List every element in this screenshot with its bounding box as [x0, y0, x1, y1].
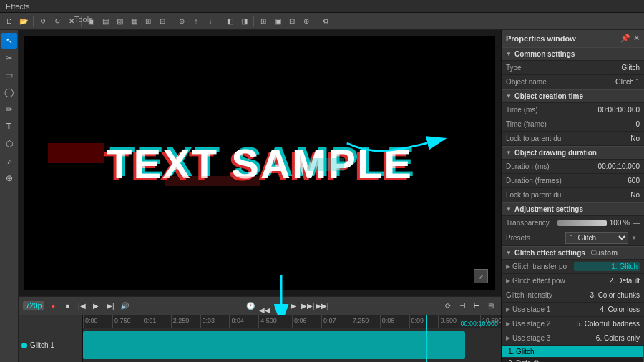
align-right-btn[interactable]: ⊢	[471, 300, 482, 312]
play-btn-2[interactable]: ▶	[288, 300, 299, 312]
prop-duration-ms-row: Duration (ms) 00:00:10.000	[502, 160, 644, 174]
tools-label: Tools	[74, 15, 93, 24]
prop-duration-ms-value: 00:00:10.000	[573, 162, 640, 170]
toolbar-undo[interactable]: ↺	[36, 15, 49, 28]
align-left-btn[interactable]: ⊣	[457, 300, 468, 312]
toolbar-move[interactable]: ⊕	[175, 15, 188, 28]
toolbar-sep-1	[33, 16, 34, 27]
ruler-playhead	[426, 315, 427, 328]
transfer-pos-arrow[interactable]: ▶	[506, 263, 510, 270]
prop-effect-pow-value: 2. Default	[576, 277, 640, 285]
toolbar-sep-6	[316, 16, 316, 27]
fullscreen-btn[interactable]: ⤢	[474, 269, 488, 283]
resolution-badge[interactable]: 720p	[23, 301, 44, 310]
prop-presets-select[interactable]: 1. Glitch	[565, 232, 629, 244]
toolbar-sep-3	[172, 16, 172, 27]
properties-body: ▼ Common settings Type Glitch Object nam…	[502, 47, 644, 362]
prop-transparency-value: 100 %	[610, 219, 630, 227]
toolbar-misc1[interactable]: ⊞	[257, 15, 270, 28]
add-tool[interactable]: ⊕	[1, 170, 17, 186]
section-drawing-duration[interactable]: ▼ Object drawing duration	[502, 146, 644, 160]
prop-duration-frames-row: Duration (frames) 600	[502, 174, 644, 188]
preset-item-1[interactable]: 1. Glitch	[502, 346, 643, 358]
next-btn[interactable]: ▶▶|	[302, 300, 313, 312]
prop-object-name-label: Object name	[506, 78, 573, 86]
pencil-tool[interactable]: ✏	[1, 102, 17, 117]
prop-lock-parent-creation-row: Lock to parent du No	[502, 132, 644, 146]
toolbar-open[interactable]: 📂	[17, 15, 30, 28]
prop-presets-label: Presets	[506, 234, 565, 242]
prev-frame-btn[interactable]: |◀	[76, 300, 87, 312]
section-glitch-effect[interactable]: ▼ Glitch effect settings Custom	[502, 246, 644, 260]
audio-btn[interactable]: 🔊	[119, 300, 130, 312]
timeline-ruler: 0:00 0.750 0:01 2.250 0:03 0:04 4.500 0:…	[19, 315, 501, 328]
menu-effects[interactable]: Effects	[3, 2, 32, 11]
audio-tool[interactable]: ♪	[1, 153, 17, 169]
prop-close-icon[interactable]: ✕	[633, 34, 640, 43]
prop-transfer-pos-label: Glitch transfer po	[512, 263, 574, 270]
shape-tool[interactable]: ⬡	[1, 136, 17, 152]
section-creation-time[interactable]: ▼ Object creation time	[502, 89, 644, 103]
toolbar-export1[interactable]: ◧	[223, 15, 236, 28]
toolbar-grid6[interactable]: ⊟	[156, 15, 169, 28]
record-btn[interactable]: ●	[47, 300, 59, 312]
left-toolbar: ↖ ✂ ▭ ◯ ✏ T ⬡ ♪ ⊕	[0, 30, 19, 362]
toolbar-up[interactable]: ↑	[190, 15, 203, 28]
stage1-arrow[interactable]: ▶	[506, 306, 510, 313]
ruler-mark-6: 4.500	[258, 315, 277, 328]
toolbar-misc3[interactable]: ⊟	[286, 15, 298, 28]
toolbar-grid3[interactable]: ▧	[113, 15, 126, 28]
select-tool[interactable]: ↖	[1, 33, 17, 49]
prop-stage2-value: 5. Colorfull badness	[576, 320, 640, 328]
effect-pow-arrow[interactable]: ▶	[506, 278, 510, 284]
ellipse-tool[interactable]: ◯	[1, 84, 17, 100]
prop-lock-parent-creation-value: No	[573, 134, 640, 142]
skip-end-btn[interactable]: ▶▶|	[316, 300, 328, 312]
track-playhead	[426, 328, 427, 362]
prop-lock-parent-creation-label: Lock to parent du	[506, 134, 573, 142]
properties-title: Properties window	[506, 34, 576, 43]
text-tool[interactable]: T	[1, 119, 17, 134]
toolbar-settings[interactable]: ⚙	[319, 15, 332, 28]
section-adjustment[interactable]: ▼ Adjustment settings	[502, 202, 644, 216]
prop-pin-icon[interactable]: 📌	[620, 34, 630, 43]
timeline-area: 0:00 0.750 0:01 2.250 0:03 0:04 4.500 0:…	[19, 315, 501, 362]
glitch-block-3	[165, 176, 260, 186]
properties-header-icons: 📌 ✕	[620, 34, 640, 43]
rectangle-tool[interactable]: ▭	[1, 67, 17, 83]
toolbar-misc2[interactable]: ▣	[271, 15, 284, 28]
canvas-viewport: Text sample Text sample Text sample	[24, 36, 495, 290]
ruler-mark-1: 0.750	[112, 315, 131, 328]
section-common-settings[interactable]: ▼ Common settings	[502, 47, 644, 61]
cut-tool[interactable]: ✂	[1, 50, 17, 66]
preset-item-2[interactable]: 2. Default	[502, 358, 643, 362]
stage2-arrow[interactable]: ▶	[506, 321, 510, 327]
fit-btn[interactable]: ⊟	[485, 300, 497, 312]
section-arrow-drawing: ▼	[506, 150, 512, 156]
prev-btn[interactable]: ◀	[273, 300, 285, 312]
toolbar-export2[interactable]: ◨	[238, 15, 250, 28]
toolbar-grid5[interactable]: ⊞	[142, 15, 155, 28]
toolbar-grid4[interactable]: ▦	[127, 15, 140, 28]
stop-btn[interactable]: ■	[62, 300, 73, 312]
transparency-bar[interactable]	[557, 220, 606, 226]
ruler-mark-0: 0:00	[83, 315, 98, 328]
loop-btn[interactable]: ⟳	[442, 300, 454, 312]
prop-lock-parent-drawing-value: No	[573, 191, 640, 199]
clock-icon: 🕐	[245, 300, 256, 312]
track-color-indicator	[21, 343, 27, 348]
toolbar-redo[interactable]: ↻	[51, 15, 64, 28]
prop-duration-ms-label: Duration (ms)	[506, 162, 573, 170]
toolbar-misc4[interactable]: ⊕	[300, 15, 313, 28]
prop-time-ms-label: Time (ms)	[506, 106, 573, 114]
next-frame-btn[interactable]: ▶|	[104, 300, 116, 312]
stage3-arrow[interactable]: ▶	[506, 335, 510, 341]
track-clip[interactable]	[83, 331, 465, 359]
toolbar-grid2[interactable]: ▤	[99, 15, 112, 28]
toolbar-down[interactable]: ↓	[204, 15, 217, 28]
timeline-tracks: Glitch 1	[19, 328, 501, 362]
toolbar-new[interactable]: 🗋	[3, 15, 16, 28]
skip-start-btn[interactable]: |◀◀	[259, 300, 270, 312]
play-btn[interactable]: ▶	[90, 300, 102, 312]
track-body[interactable]	[83, 328, 501, 362]
